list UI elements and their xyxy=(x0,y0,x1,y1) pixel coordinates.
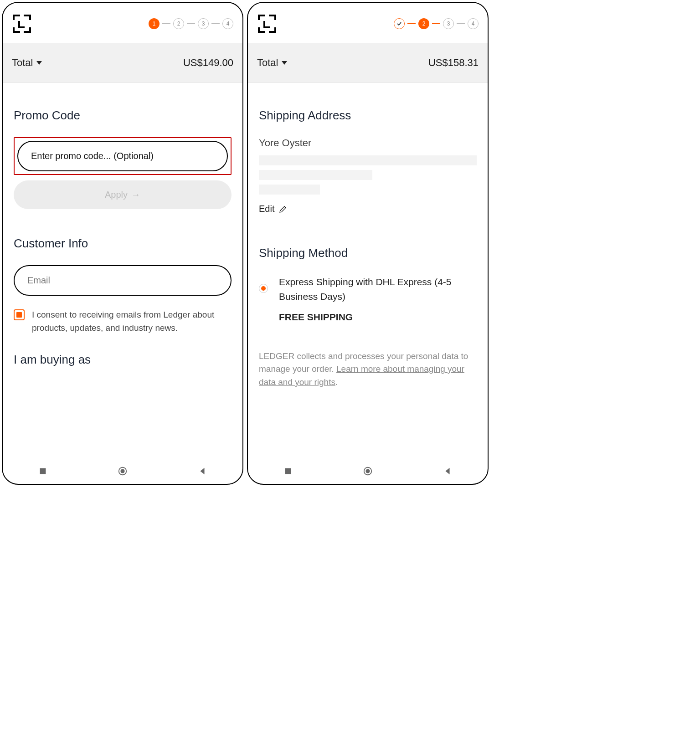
svg-point-5 xyxy=(365,469,370,473)
step-4: 4 xyxy=(468,18,479,29)
total-bar[interactable]: Total US$158.31 xyxy=(248,43,488,83)
step-line xyxy=(162,23,170,24)
stepper: 2 3 4 xyxy=(394,18,479,29)
header: 2 3 4 xyxy=(248,3,488,43)
promo-code-input[interactable] xyxy=(17,141,228,171)
shipping-address-title: Shipping Address xyxy=(259,108,477,123)
step-3: 3 xyxy=(443,18,454,29)
total-bar[interactable]: Total US$149.00 xyxy=(3,43,242,83)
consent-row[interactable]: I consent to receiving emails from Ledge… xyxy=(14,308,232,334)
arrow-right-icon xyxy=(131,190,140,200)
android-navbar xyxy=(3,458,242,484)
step-1-done xyxy=(394,18,405,29)
home-icon[interactable] xyxy=(118,466,128,476)
buying-as-title: I am buying as xyxy=(14,353,232,367)
svg-point-2 xyxy=(120,469,124,473)
consent-checkbox[interactable] xyxy=(14,309,25,320)
phone-checkout-step1: 1 2 3 4 Total US$149.00 Promo Code Apply… xyxy=(2,2,243,485)
address-line-redacted xyxy=(259,155,477,165)
edit-label: Edit xyxy=(259,204,274,214)
android-navbar xyxy=(248,458,488,484)
svg-rect-0 xyxy=(40,468,46,474)
shipping-option-row[interactable]: Express Shipping with DHL Express (4-5 B… xyxy=(259,275,477,324)
svg-rect-3 xyxy=(285,468,291,474)
total-amount: US$158.31 xyxy=(428,57,479,69)
ledger-logo-icon xyxy=(12,14,32,34)
content: Promo Code Apply Customer Info I consent… xyxy=(3,83,242,458)
back-icon[interactable] xyxy=(197,466,207,476)
phone-checkout-step2: 2 3 4 Total US$158.31 Shipping Address Y… xyxy=(247,2,489,485)
shipping-option-label: Express Shipping with DHL Express (4-5 B… xyxy=(279,277,452,302)
address-name: Yore Oyster xyxy=(259,137,477,149)
promo-code-title: Promo Code xyxy=(14,108,232,123)
shipping-price: FREE SHIPPING xyxy=(279,310,477,324)
step-1: 1 xyxy=(149,18,160,29)
chevron-down-icon xyxy=(36,61,42,65)
step-line xyxy=(187,23,195,24)
step-line xyxy=(432,23,440,24)
shipping-radio[interactable] xyxy=(259,284,268,293)
apply-button[interactable]: Apply xyxy=(14,180,232,209)
customer-info-title: Customer Info xyxy=(14,236,232,251)
edit-address-link[interactable]: Edit xyxy=(259,204,477,214)
ledger-logo-icon xyxy=(257,14,277,34)
step-4: 4 xyxy=(222,18,233,29)
step-line xyxy=(457,23,465,24)
check-icon xyxy=(396,21,402,26)
address-line-redacted xyxy=(259,185,320,195)
privacy-suffix: . xyxy=(335,377,338,387)
chevron-down-icon xyxy=(282,61,287,65)
total-label: Total xyxy=(257,57,287,69)
pencil-icon xyxy=(279,205,287,213)
apply-label: Apply xyxy=(105,190,128,200)
total-label: Total xyxy=(12,57,42,69)
privacy-notice: LEDGER collects and processes your perso… xyxy=(259,350,477,389)
step-2: 2 xyxy=(173,18,184,29)
step-line xyxy=(211,23,220,24)
step-3: 3 xyxy=(198,18,209,29)
shipping-text: Express Shipping with DHL Express (4-5 B… xyxy=(279,275,477,324)
header: 1 2 3 4 xyxy=(3,3,242,43)
back-icon[interactable] xyxy=(443,466,453,476)
address-line-redacted xyxy=(259,170,372,180)
shipping-method-title: Shipping Method xyxy=(259,246,477,260)
recent-apps-icon[interactable] xyxy=(283,466,293,476)
step-line xyxy=(407,23,416,24)
total-text: Total xyxy=(257,57,278,69)
consent-label: I consent to receiving emails from Ledge… xyxy=(32,308,232,334)
recent-apps-icon[interactable] xyxy=(38,466,48,476)
step-2-active: 2 xyxy=(418,18,429,29)
promo-highlight-box xyxy=(14,137,232,175)
total-text: Total xyxy=(12,57,33,69)
email-input[interactable] xyxy=(14,265,232,296)
content: Shipping Address Yore Oyster Edit Shippi… xyxy=(248,83,488,458)
home-icon[interactable] xyxy=(363,466,373,476)
stepper: 1 2 3 4 xyxy=(149,18,233,29)
total-amount: US$149.00 xyxy=(183,57,233,69)
